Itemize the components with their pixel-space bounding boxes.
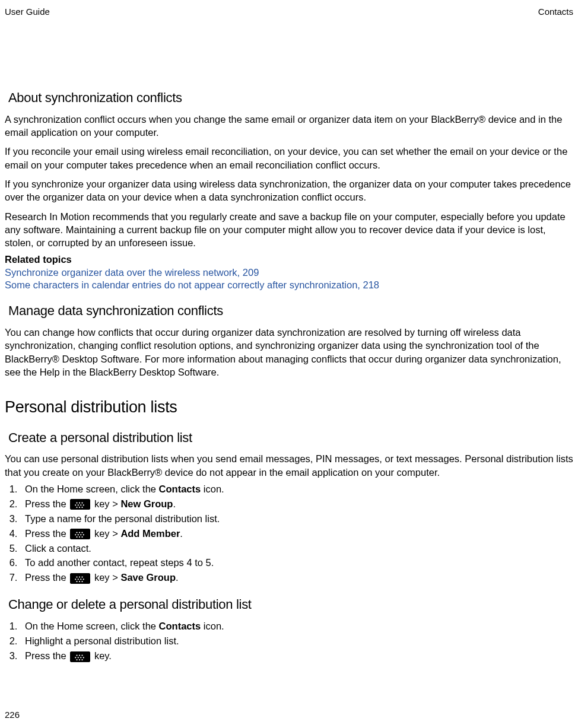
link-calendar-characters[interactable]: Some characters in calendar entries do n… [5,279,573,291]
paragraph: A synchronization conflict occurs when y… [5,113,573,139]
steps-change-list: On the Home screen, click the Contacts i… [20,619,573,663]
steps-create-list: On the Home screen, click the Contacts i… [20,482,573,585]
list-item: To add another contact, repeat steps 4 t… [20,556,573,570]
paragraph: If you reconcile your email using wirele… [5,145,573,171]
blackberry-menu-key-icon [70,573,90,584]
heading-change-delete-list: Change or delete a personal distribution… [8,596,573,613]
paragraph: You can use personal distribution lists … [5,452,573,479]
list-item: Highlight a personal distribution list. [20,634,573,648]
paragraph: If you synchronize your organizer data u… [5,177,573,204]
paragraph: Research In Motion recommends that you r… [5,210,573,250]
link-sync-organizer-data[interactable]: Synchronize organizer data over the wire… [5,266,573,279]
list-item: On the Home screen, click the Contacts i… [20,619,573,634]
heading-manage-conflicts: Manage data synchronization conflicts [8,302,573,320]
list-item: Press the key. [20,649,573,663]
heading-about-sync-conflicts: About synchronization conflicts [8,89,573,107]
heading-personal-distribution-lists: Personal distribution lists [5,396,573,418]
header-right: Contacts [538,6,573,18]
related-topics-heading: Related topics [5,253,573,266]
page-number: 226 [5,709,20,721]
header-left: User Guide [5,6,50,18]
blackberry-menu-key-icon [70,651,90,662]
list-item: Press the key > New Group. [20,497,573,511]
list-item: On the Home screen, click the Contacts i… [20,482,573,497]
list-item: Press the key > Add Member. [20,527,573,541]
list-item: Type a name for the personal distributio… [20,512,573,526]
heading-create-distribution-list: Create a personal distribution list [8,429,573,447]
header: User Guide Contacts [5,0,573,18]
paragraph: You can change how conflicts that occur … [5,326,573,379]
list-item: Press the key > Save Group. [20,571,573,585]
list-item: Click a contact. [20,542,573,556]
blackberry-menu-key-icon [70,499,90,510]
blackberry-menu-key-icon [70,529,90,539]
